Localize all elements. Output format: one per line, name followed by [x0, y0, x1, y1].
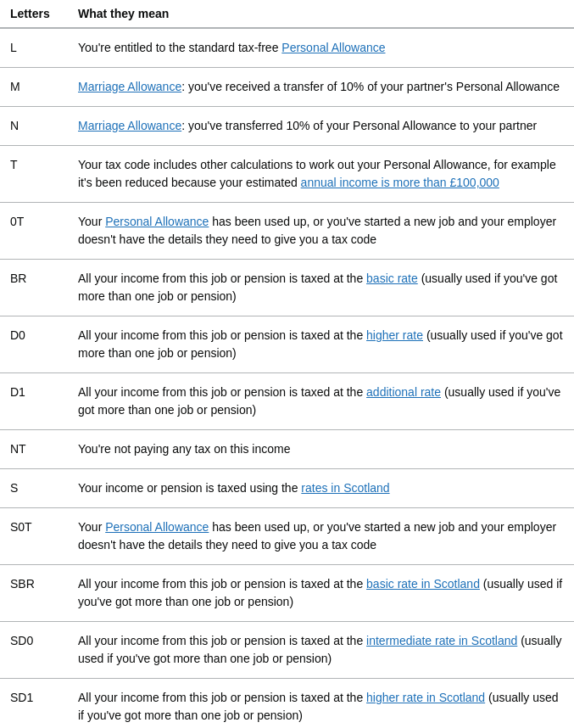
meaning-text: All your income from this job or pension…	[78, 577, 366, 591]
meaning-link[interactable]: intermediate rate in Scotland	[366, 634, 517, 647]
table-row: BRAll your income from this job or pensi…	[0, 260, 574, 316]
tax-code-letter: D1	[0, 373, 68, 430]
meaning-link[interactable]: higher rate in Scotland	[366, 691, 485, 704]
tax-code-letter: L	[0, 28, 68, 68]
meaning-text: Your	[78, 520, 105, 534]
meaning-text: All your income from this job or pension…	[78, 385, 366, 399]
meaning-link[interactable]: Marriage Allowance	[78, 80, 181, 93]
tax-code-meaning: All your income from this job or pension…	[68, 373, 574, 430]
tax-codes-table: Letters What they mean LYou're entitled …	[0, 0, 574, 728]
meaning-link[interactable]: basic rate in Scotland	[366, 577, 480, 591]
tax-code-meaning: You're not paying any tax on this income	[68, 430, 574, 469]
meaning-link[interactable]: Marriage Allowance	[78, 119, 181, 132]
tax-code-meaning: Your income or pension is taxed using th…	[68, 469, 574, 508]
tax-code-meaning: You're entitled to the standard tax-free…	[68, 28, 574, 68]
table-row: NTYou're not paying any tax on this inco…	[0, 430, 574, 469]
table-row: SD1All your income from this job or pens…	[0, 679, 574, 729]
tax-code-letter: D0	[0, 316, 68, 373]
tax-code-letter: S	[0, 469, 68, 508]
tax-code-meaning: All your income from this job or pension…	[68, 260, 574, 316]
meaning-text: You're entitled to the standard tax-free	[78, 41, 281, 54]
meaning-link[interactable]: annual income is more than £100,000	[301, 176, 499, 189]
col-header-meaning: What they mean	[68, 0, 574, 28]
table-row: S0TYour Personal Allowance has been used…	[0, 508, 574, 565]
tax-code-letter: SD0	[0, 622, 68, 679]
meaning-link[interactable]: higher rate	[366, 328, 423, 342]
tax-code-meaning: All your income from this job or pension…	[68, 565, 574, 622]
tax-code-meaning: Your Personal Allowance has been used up…	[68, 508, 574, 565]
tax-code-meaning: All your income from this job or pension…	[68, 622, 574, 679]
meaning-link[interactable]: Personal Allowance	[281, 41, 385, 54]
meaning-link[interactable]: Personal Allowance	[105, 520, 209, 534]
tax-code-meaning: Marriage Allowance: you've received a tr…	[68, 68, 574, 107]
table-row: SBRAll your income from this job or pens…	[0, 565, 574, 622]
tax-code-letter: SBR	[0, 565, 68, 622]
meaning-text: All your income from this job or pension…	[78, 272, 366, 285]
meaning-text: All your income from this job or pension…	[78, 691, 366, 704]
meaning-text: : you've received a transfer of 10% of y…	[181, 80, 560, 93]
meaning-text: All your income from this job or pension…	[78, 328, 366, 342]
meaning-text: You're not paying any tax on this income	[78, 442, 290, 456]
tax-code-letter: BR	[0, 260, 68, 316]
table-row: D1All your income from this job or pensi…	[0, 373, 574, 430]
tax-code-letter: NT	[0, 430, 68, 469]
table-row: SD0All your income from this job or pens…	[0, 622, 574, 679]
meaning-link[interactable]: basic rate	[366, 272, 418, 285]
meaning-text: Your income or pension is taxed using th…	[78, 481, 301, 495]
tax-code-meaning: All your income from this job or pension…	[68, 316, 574, 373]
table-row: 0TYour Personal Allowance has been used …	[0, 203, 574, 260]
table-row: D0All your income from this job or pensi…	[0, 316, 574, 373]
tax-code-meaning: Your tax code includes other calculation…	[68, 146, 574, 203]
table-row: SYour income or pension is taxed using t…	[0, 469, 574, 508]
tax-code-letter: N	[0, 107, 68, 146]
tax-code-meaning: Marriage Allowance: you've transferred 1…	[68, 107, 574, 146]
meaning-link[interactable]: rates in Scotland	[301, 481, 389, 495]
table-row: TYour tax code includes other calculatio…	[0, 146, 574, 203]
table-row: MMarriage Allowance: you've received a t…	[0, 68, 574, 107]
tax-code-letter: M	[0, 68, 68, 107]
tax-code-letter: 0T	[0, 203, 68, 260]
table-row: LYou're entitled to the standard tax-fre…	[0, 28, 574, 68]
table-row: NMarriage Allowance: you've transferred …	[0, 107, 574, 146]
meaning-link[interactable]: Personal Allowance	[105, 215, 209, 228]
tax-code-meaning: All your income from this job or pension…	[68, 679, 574, 729]
tax-code-letter: S0T	[0, 508, 68, 565]
meaning-text: : you've transferred 10% of your Persona…	[181, 119, 537, 132]
tax-code-letter: T	[0, 146, 68, 203]
tax-code-meaning: Your Personal Allowance has been used up…	[68, 203, 574, 260]
meaning-link[interactable]: additional rate	[366, 385, 441, 399]
tax-code-letter: SD1	[0, 679, 68, 729]
col-header-letters: Letters	[0, 0, 68, 28]
meaning-text: Your	[78, 215, 105, 228]
meaning-text: All your income from this job or pension…	[78, 634, 366, 647]
